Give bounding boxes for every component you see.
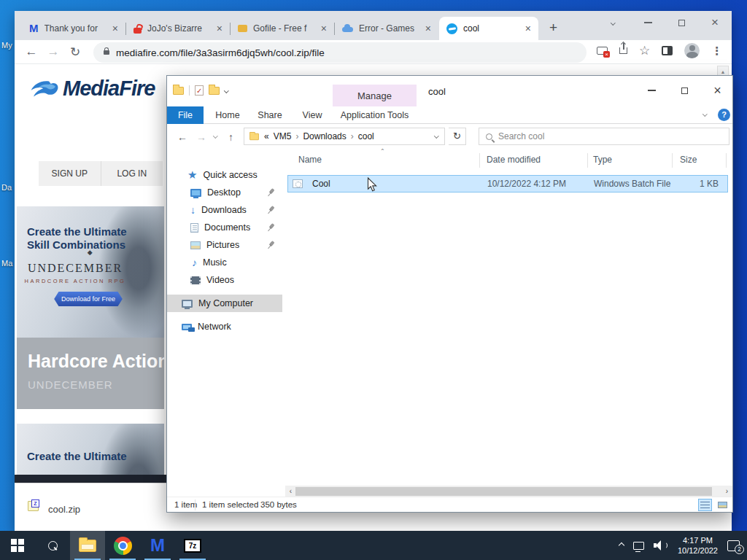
ribbon-tab-home[interactable]: Home xyxy=(209,106,246,124)
address-bar[interactable]: mediafire.com/file/3a3asirm6djq5wh/cool.… xyxy=(93,42,587,63)
url-text[interactable]: mediafire.com/file/3a3asirm6djq5wh/cool.… xyxy=(116,47,325,58)
sidebar-item-videos[interactable]: Videos xyxy=(167,271,282,289)
ribbon-tab-view[interactable]: View xyxy=(294,106,330,124)
volume-icon[interactable] xyxy=(654,540,668,551)
forward-icon[interactable]: → xyxy=(42,44,64,59)
share-icon[interactable] xyxy=(619,47,627,54)
desktop-icon-fragment[interactable]: My xyxy=(1,41,12,50)
start-button[interactable] xyxy=(0,531,35,560)
qat-customize-chevron-icon[interactable] xyxy=(224,88,228,93)
menu-dots-icon[interactable]: ⋮ xyxy=(711,44,722,58)
column-header-name[interactable]: Name xyxy=(298,155,322,165)
taskbar-clock[interactable]: 4:17 PM 10/12/2022 xyxy=(678,535,718,556)
network-tray-icon[interactable] xyxy=(633,542,644,550)
back-icon[interactable]: ← xyxy=(20,44,42,59)
ssl-lock-icon[interactable] xyxy=(104,50,109,55)
column-separator[interactable] xyxy=(672,153,673,168)
tab-error-games[interactable]: Error - Games × xyxy=(335,17,438,40)
nav-forward-icon[interactable]: → xyxy=(196,131,206,143)
ad-banner-undecember[interactable]: Create the Ultimate Skill Combinations ◆… xyxy=(17,206,164,409)
breadcrumb-segment-downloads[interactable]: Downloads xyxy=(303,131,346,141)
sidebar-item-desktop[interactable]: Desktop xyxy=(167,184,282,201)
thumbnail-view-button[interactable] xyxy=(716,499,729,511)
taskbar-chrome-button[interactable] xyxy=(105,531,140,560)
desktop-icon-fragment[interactable]: Da xyxy=(1,183,12,192)
taskbar-search-button[interactable] xyxy=(35,531,70,560)
taskbar-7zip-button[interactable]: 7z xyxy=(175,531,210,560)
explorer-minimize-button[interactable] xyxy=(635,79,668,101)
maximize-button[interactable] xyxy=(667,11,696,34)
ribbon-tab-application-tools[interactable]: Application Tools xyxy=(333,106,417,124)
horizontal-scrollbar[interactable]: ‹ › xyxy=(285,486,732,497)
explorer-close-button[interactable]: × xyxy=(701,79,734,101)
sidebar-item-downloads[interactable]: ↓ Downloads xyxy=(167,201,282,219)
desktop-icon-fragment[interactable]: Ma xyxy=(1,259,12,268)
tab-close-icon[interactable]: × xyxy=(425,23,431,34)
breadcrumb-segment-vm5[interactable]: VM5 xyxy=(274,131,292,141)
column-separator[interactable] xyxy=(726,153,727,168)
folder-icon[interactable] xyxy=(173,87,184,95)
new-tab-button[interactable]: + xyxy=(549,20,557,36)
login-button[interactable]: LOG IN xyxy=(101,161,163,186)
taskbar-explorer-button[interactable] xyxy=(70,531,105,560)
mediafire-logo[interactable]: MediaFire xyxy=(29,77,155,101)
tab-close-icon[interactable]: × xyxy=(321,23,327,34)
column-header-date-modified[interactable]: Date modified xyxy=(487,155,541,165)
refresh-button[interactable]: ↻ xyxy=(449,128,466,145)
details-view-button[interactable] xyxy=(698,499,712,511)
tab-search-chevron-icon[interactable] xyxy=(598,11,627,34)
install-blocked-icon[interactable] xyxy=(597,47,608,55)
side-panel-icon[interactable] xyxy=(662,46,673,55)
column-header-type[interactable]: Type xyxy=(593,155,612,165)
sidebar-item-my-computer[interactable]: My Computer xyxy=(167,295,282,312)
properties-check-icon[interactable] xyxy=(195,85,204,96)
nav-back-icon[interactable]: ← xyxy=(177,131,187,143)
sidebar-item-music[interactable]: ♪ Music xyxy=(167,254,282,271)
column-separator[interactable] xyxy=(587,153,588,168)
scroll-right-arrow[interactable]: › xyxy=(721,487,732,495)
tab-jojo[interactable]: JoJo's Bizarre × xyxy=(126,17,230,40)
tab-close-icon[interactable]: × xyxy=(525,23,531,34)
help-icon[interactable]: ? xyxy=(718,109,730,121)
bookmark-star-icon[interactable]: ☆ xyxy=(639,43,650,58)
column-separator[interactable] xyxy=(479,153,480,168)
nav-up-icon[interactable]: ↑ xyxy=(228,131,233,143)
search-input[interactable] xyxy=(498,131,703,141)
ad-download-button[interactable]: Download for Free xyxy=(50,292,126,306)
tab-close-icon[interactable]: × xyxy=(112,23,118,34)
tab-thank-you[interactable]: M Thank you for × xyxy=(22,17,125,40)
minimize-button[interactable] xyxy=(633,11,662,34)
ribbon-tab-file[interactable]: File xyxy=(167,106,204,124)
ribbon-tab-manage[interactable]: Manage xyxy=(333,85,417,106)
sidebar-item-pictures[interactable]: Pictures xyxy=(167,236,282,254)
new-folder-icon[interactable] xyxy=(209,87,220,95)
explorer-maximize-button[interactable] xyxy=(668,79,701,101)
reload-icon[interactable]: ↻ xyxy=(64,44,86,60)
ad-banner-2[interactable]: Create the Ultimate xyxy=(17,424,164,483)
nav-history-chevron-icon[interactable] xyxy=(213,133,217,138)
sidebar-item-network[interactable]: Network xyxy=(167,318,282,335)
breadcrumb-segment-cool[interactable]: cool xyxy=(358,131,374,141)
tab-close-icon[interactable]: × xyxy=(217,23,222,34)
ribbon-tab-share[interactable]: Share xyxy=(252,106,288,124)
scroll-left-arrow[interactable]: ‹ xyxy=(285,487,296,495)
tab-gofile[interactable]: Gofile - Free f × xyxy=(231,17,334,40)
ribbon-collapse-chevron-icon[interactable] xyxy=(703,112,707,116)
signup-button[interactable]: SIGN UP xyxy=(39,161,101,186)
scrollbar-thumb[interactable] xyxy=(295,487,712,496)
sidebar-item-documents[interactable]: Documents xyxy=(167,219,282,236)
sidebar-item-quick-access[interactable]: ★ Quick access xyxy=(167,166,282,184)
search-box[interactable] xyxy=(479,128,729,145)
column-header-size[interactable]: Size xyxy=(680,155,697,165)
notification-center-button[interactable]: 2 xyxy=(727,540,740,551)
download-item[interactable]: cool.zip xyxy=(48,504,80,515)
close-button[interactable]: × xyxy=(700,11,729,34)
profile-avatar[interactable] xyxy=(684,43,700,58)
hidden-icons-chevron-icon[interactable] xyxy=(619,542,624,548)
breadcrumb-collapse[interactable]: « xyxy=(264,131,269,141)
tab-cool-active[interactable]: cool × xyxy=(439,17,538,40)
breadcrumb[interactable]: « VM5 › Downloads › cool xyxy=(244,128,445,145)
file-row-cool[interactable]: Cool 10/12/2022 4:12 PM Windows Batch Fi… xyxy=(287,175,728,192)
taskbar-malwarebytes-button[interactable]: M xyxy=(140,531,175,560)
address-dropdown-chevron-icon[interactable] xyxy=(434,133,438,138)
